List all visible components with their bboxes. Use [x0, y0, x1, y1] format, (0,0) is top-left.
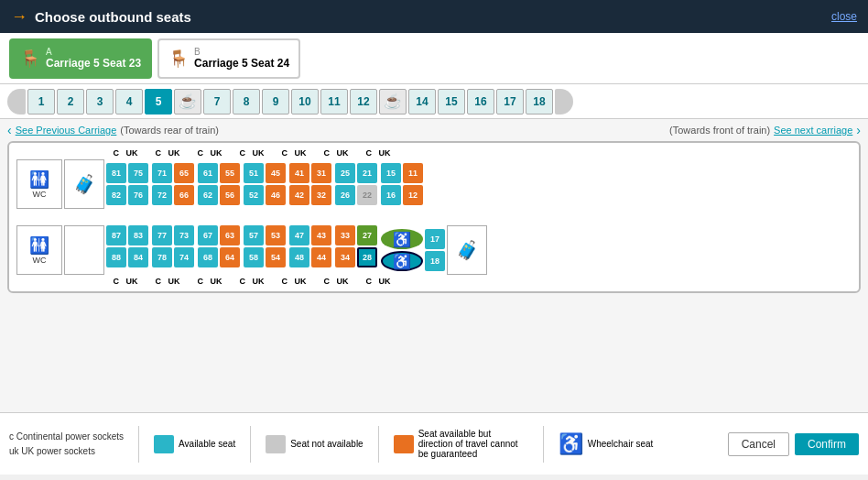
seat-31[interactable]: 31 [311, 163, 331, 183]
wheelchair-seat-a[interactable]: ♿ [381, 229, 423, 249]
next-carriage-nav[interactable]: (Towards front of train) See next carria… [669, 123, 861, 137]
seat-group-5: 41 42 31 32 [289, 163, 331, 205]
carriage-8[interactable]: 8 [233, 89, 260, 115]
carriage-15[interactable]: 15 [438, 89, 465, 115]
wheelchair-seat-b[interactable]: ♿ [381, 251, 423, 271]
confirm-button[interactable]: Confirm [795, 433, 859, 455]
seat-74[interactable]: 74 [174, 247, 194, 267]
legend-no-dir: Seat available but direction of travel c… [394, 429, 528, 459]
seat-27[interactable]: 27 [357, 225, 377, 245]
legend-bar: c Continental power sockets uk UK power … [0, 412, 868, 475]
seat-45[interactable]: 45 [266, 163, 286, 183]
carriage-16[interactable]: 16 [467, 89, 494, 115]
seat-11[interactable]: 11 [403, 163, 423, 183]
prev-link[interactable]: See Previous Carriage [16, 125, 117, 136]
seat-17[interactable]: 17 [425, 229, 445, 249]
carriage-cafe-1[interactable]: ☕ [174, 89, 201, 115]
available-box [154, 435, 174, 453]
carriage-17[interactable]: 17 [496, 89, 524, 115]
seat-66[interactable]: 66 [174, 185, 194, 205]
seat-43[interactable]: 43 [311, 225, 331, 245]
carriage-12[interactable]: 12 [350, 89, 377, 115]
prev-carriage-nav[interactable]: ‹ See Previous Carriage (Towards rear of… [7, 123, 219, 137]
carriage-5[interactable]: 5 [145, 89, 172, 115]
seat-82[interactable]: 82 [106, 185, 126, 205]
upper-wc-icon: 🚻 WC [16, 159, 62, 209]
seat-52[interactable]: 52 [244, 185, 264, 205]
seat-81[interactable]: 81 [106, 163, 126, 183]
lower-deck-row: 🚻 WC 87 88 83 [16, 225, 852, 275]
seat-72[interactable]: 72 [152, 185, 172, 205]
seat-84[interactable]: 84 [128, 247, 148, 267]
seat-88[interactable]: 88 [106, 247, 126, 267]
lower-group-6: 33 34 27 28 [335, 225, 377, 275]
carriage-14[interactable]: 14 [408, 89, 436, 115]
carriage-1[interactable]: 1 [27, 89, 55, 115]
seat-63[interactable]: 63 [220, 225, 240, 245]
seat-icon-a: 🪑 [20, 49, 40, 69]
close-button[interactable]: close [831, 10, 857, 23]
seat-21[interactable]: 21 [357, 163, 377, 183]
seat-53[interactable]: 53 [266, 225, 286, 245]
seat-77[interactable]: 77 [152, 225, 172, 245]
train-front-end [7, 89, 26, 115]
seat-51[interactable]: 51 [244, 163, 264, 183]
seat-44[interactable]: 44 [311, 247, 331, 267]
cancel-button[interactable]: Cancel [728, 432, 789, 456]
seat-41[interactable]: 41 [289, 163, 309, 183]
seat-61[interactable]: 61 [198, 163, 218, 183]
seat-55[interactable]: 55 [220, 163, 240, 183]
seat-58[interactable]: 58 [244, 247, 264, 267]
carriage-4[interactable]: 4 [115, 89, 143, 115]
seat-group-4: 51 52 45 46 [244, 163, 286, 205]
seat-group-3: 61 62 55 56 [198, 163, 240, 205]
seat-25[interactable]: 25 [335, 163, 355, 183]
seat-18[interactable]: 18 [425, 251, 445, 271]
seat-42[interactable]: 42 [289, 185, 309, 205]
seat-28[interactable]: 28 [357, 247, 377, 267]
ticket-a[interactable]: 🪑 A Carriage 5 Seat 23 [9, 38, 152, 79]
seat-87[interactable]: 87 [106, 225, 126, 245]
seat-68[interactable]: 68 [198, 247, 218, 267]
carriage-7[interactable]: 7 [203, 89, 231, 115]
seat-76[interactable]: 76 [128, 185, 148, 205]
seat-15[interactable]: 15 [381, 163, 401, 183]
seat-26[interactable]: 26 [335, 185, 355, 205]
seat-32[interactable]: 32 [311, 185, 331, 205]
carriage-11[interactable]: 11 [320, 89, 348, 115]
seat-48[interactable]: 48 [289, 247, 309, 267]
seat-83[interactable]: 83 [128, 225, 148, 245]
seat-47[interactable]: 47 [289, 225, 309, 245]
lower-group-2: 77 78 73 74 [152, 225, 194, 275]
seat-16[interactable]: 16 [381, 185, 401, 205]
seat-64[interactable]: 64 [220, 247, 240, 267]
carriage-3[interactable]: 3 [86, 89, 114, 115]
seat-56[interactable]: 56 [220, 185, 240, 205]
seat-46[interactable]: 46 [266, 185, 286, 205]
seat-75[interactable]: 75 [128, 163, 148, 183]
seat-73[interactable]: 73 [174, 225, 194, 245]
carriage-2[interactable]: 2 [57, 89, 84, 115]
seat-62[interactable]: 62 [198, 185, 218, 205]
seat-78[interactable]: 78 [152, 247, 172, 267]
seat-67[interactable]: 67 [198, 225, 218, 245]
legend-available: Available seat [154, 435, 235, 453]
seat-12[interactable]: 12 [403, 185, 423, 205]
seat-54[interactable]: 54 [266, 247, 286, 267]
next-link[interactable]: See next carriage [774, 125, 852, 136]
nav-row: ‹ See Previous Carriage (Towards rear of… [7, 123, 861, 137]
page-title: Choose outbound seats [35, 9, 191, 25]
ticket-b[interactable]: 🪑 B Carriage 5 Seat 24 [157, 38, 300, 79]
action-buttons: Cancel Confirm [728, 432, 859, 456]
lower-group-5: 47 48 43 44 [289, 225, 331, 275]
seat-65[interactable]: 65 [174, 163, 194, 183]
carriage-9[interactable]: 9 [262, 89, 289, 115]
carriage-18[interactable]: 18 [526, 89, 553, 115]
seat-33[interactable]: 33 [335, 225, 355, 245]
seat-34[interactable]: 34 [335, 247, 355, 267]
seat-57[interactable]: 57 [244, 225, 264, 245]
carriage-cafe-2[interactable]: ☕ [379, 89, 407, 115]
carriage-10[interactable]: 10 [291, 89, 319, 115]
wheelchair-icon: ♿ [559, 432, 583, 456]
seat-71[interactable]: 71 [152, 163, 172, 183]
